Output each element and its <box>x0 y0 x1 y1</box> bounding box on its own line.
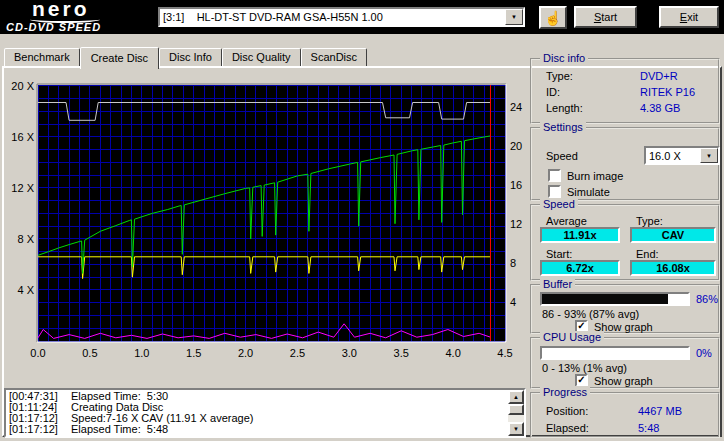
log-lines: [00:47:31]Elapsed Time: 5:30[01:11:24]Cr… <box>7 391 507 435</box>
svg-text:4: 4 <box>510 296 516 308</box>
position-label: Position: <box>546 405 588 417</box>
scroll-up-button[interactable]: ▲ <box>508 390 524 404</box>
cpu-percent: 0% <box>696 347 712 359</box>
svg-text:0.0: 0.0 <box>30 347 45 359</box>
buffer-bar <box>540 292 690 306</box>
disc-info-title: Disc info <box>540 52 588 64</box>
drive-select[interactable]: [3:1] HL-DT-ST DVD-RAM GSA-H55N 1.00 ▼ <box>158 7 525 27</box>
disc-id-label: ID: <box>546 86 560 98</box>
svg-text:8: 8 <box>510 257 516 269</box>
speed-label: Speed <box>546 150 578 162</box>
nero-cd-dvd-speed-window: nero CD-DVD SPEED [3:1] HL-DT-ST DVD-RAM… <box>0 0 724 441</box>
position-value: 4467 MB <box>638 405 682 417</box>
svg-text:2.5: 2.5 <box>290 347 305 359</box>
log-entry: [01:17:12]Elapsed Time: 5:48 <box>7 424 507 435</box>
disc-id-value: RITEK P16 <box>640 86 695 98</box>
simulate-label: Simulate <box>567 186 610 198</box>
cpu-bar <box>540 346 690 360</box>
tab-benchmark[interactable]: Benchmark <box>4 48 80 66</box>
settings-title: Settings <box>540 121 586 133</box>
buffer-range: 86 - 93% (87% avg) <box>542 308 639 320</box>
speed-type-value: CAV <box>630 227 716 243</box>
svg-text:4.0: 4.0 <box>445 347 460 359</box>
drive-select-value: [3:1] HL-DT-ST DVD-RAM GSA-H55N 1.00 <box>160 11 505 23</box>
elapsed-value: 5:48 <box>638 422 659 434</box>
average-label: Average <box>546 215 587 227</box>
start-speed-value: 6.72x <box>540 260 620 276</box>
svg-text:16: 16 <box>510 179 522 191</box>
end-speed-value: 16.08x <box>630 260 716 276</box>
speed-type-label: Type: <box>636 215 663 227</box>
triangle-down-icon: ▼ <box>513 426 519 432</box>
svg-text:20: 20 <box>510 140 522 152</box>
cpu-show-graph-label: Show graph <box>594 375 653 387</box>
cpu-usage-title: CPU Usage <box>540 331 604 343</box>
progress-group: Progress Position: 4467 MB Elapsed: 5:48 <box>530 392 720 438</box>
svg-text:1.5: 1.5 <box>186 347 201 359</box>
svg-text:8 X: 8 X <box>17 233 34 245</box>
speed-select-value: 16.0 X <box>646 150 700 162</box>
start-button[interactable]: Start <box>574 6 637 28</box>
buffer-group: Buffer 86% 86 - 93% (87% avg) ✓ Show gra… <box>530 284 720 334</box>
svg-text:24: 24 <box>510 101 522 113</box>
triangle-up-icon: ▲ <box>513 394 519 400</box>
disc-type-label: Type: <box>546 70 573 82</box>
scroll-down-button[interactable]: ▼ <box>508 422 524 436</box>
svg-text:3.5: 3.5 <box>394 347 409 359</box>
svg-text:12: 12 <box>510 218 522 230</box>
tab-scandisc[interactable]: ScanDisc <box>301 48 367 66</box>
buffer-bar-fill <box>542 294 668 304</box>
speed-select[interactable]: 16.0 X ▼ <box>644 146 720 165</box>
svg-text:0.5: 0.5 <box>82 347 97 359</box>
buffer-title: Buffer <box>540 278 575 290</box>
hand-icon: ☝ <box>544 11 561 25</box>
log-panel: [00:47:31]Elapsed Time: 5:30[01:11:24]Cr… <box>4 388 526 438</box>
simulate-checkbox[interactable] <box>548 185 561 198</box>
burn-image-checkbox[interactable] <box>548 169 561 182</box>
svg-text:4 X: 4 X <box>17 284 34 296</box>
scrollbar-thumb[interactable] <box>508 404 524 415</box>
tab-bar: BenchmarkCreate DiscDisc InfoDisc Qualit… <box>4 47 367 66</box>
svg-text:1.0: 1.0 <box>134 347 149 359</box>
progress-title: Progress <box>540 386 590 398</box>
cpu-usage-group: CPU Usage 0% 0 - 13% (1% avg) ✓ Show gra… <box>530 337 720 389</box>
speed-group: Speed Average Type: 11.91x CAV Start: En… <box>530 204 720 281</box>
svg-text:4.5: 4.5 <box>497 347 512 359</box>
burn-image-label: Burn image <box>567 170 623 182</box>
average-speed-value: 11.91x <box>540 227 620 243</box>
svg-text:2.0: 2.0 <box>238 347 253 359</box>
log-scrollbar[interactable]: ▲ ▼ <box>508 390 524 436</box>
chevron-down-icon[interactable]: ▼ <box>505 9 523 25</box>
write-speed-chart: 20 X16 X12 X8 X4 X24201612840.00.51.01.5… <box>4 76 532 360</box>
exit-button-label: Exit <box>680 11 698 23</box>
svg-text:16 X: 16 X <box>11 131 34 143</box>
tab-disc-quality[interactable]: Disc Quality <box>222 48 301 66</box>
tab-disc-info[interactable]: Disc Info <box>159 48 222 66</box>
end-speed-label: End: <box>636 248 659 260</box>
chevron-down-icon[interactable]: ▼ <box>700 148 718 163</box>
header-bar: nero CD-DVD SPEED [3:1] HL-DT-ST DVD-RAM… <box>0 0 724 34</box>
options-button[interactable]: ☝ <box>539 6 567 29</box>
disc-length-label: Length: <box>546 102 583 114</box>
exit-button[interactable]: Exit <box>659 6 719 28</box>
elapsed-label: Elapsed: <box>546 422 589 434</box>
nero-logo: nero CD-DVD SPEED <box>6 1 156 33</box>
svg-text:3.0: 3.0 <box>342 347 357 359</box>
disc-type-value: DVD+R <box>640 70 678 82</box>
buffer-percent: 86% <box>696 293 718 305</box>
cd-dvd-speed-logo-text: CD-DVD SPEED <box>6 21 101 33</box>
disc-length-value: 4.38 GB <box>640 102 680 114</box>
tab-create-disc[interactable]: Create Disc <box>80 47 159 69</box>
settings-group: Settings Speed 16.0 X ▼ Burn image Simul… <box>530 127 720 201</box>
svg-text:20 X: 20 X <box>11 80 34 92</box>
start-button-label: Start <box>594 11 617 23</box>
cpu-range: 0 - 13% (1% avg) <box>542 362 627 374</box>
start-speed-label: Start: <box>546 248 572 260</box>
svg-text:12 X: 12 X <box>11 182 34 194</box>
speed-group-title: Speed <box>540 198 578 210</box>
disc-info-group: Disc info Type: DVD+R ID: RITEK P16 Leng… <box>530 58 720 124</box>
